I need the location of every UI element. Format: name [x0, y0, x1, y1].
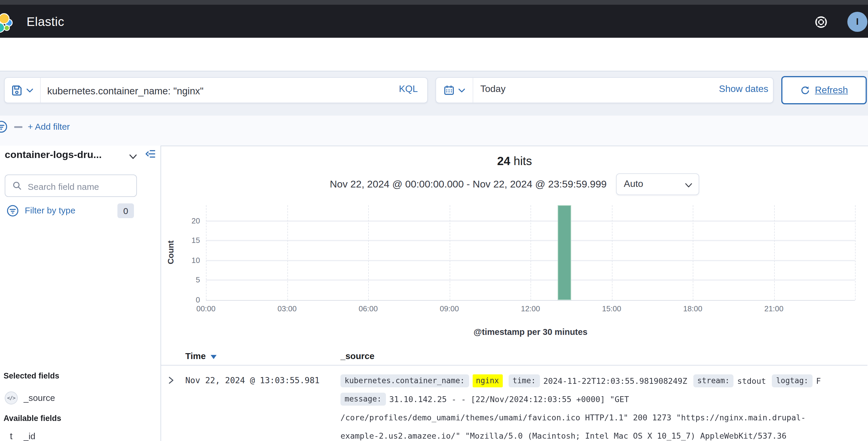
- field-item-_id[interactable]: t_id: [0, 426, 160, 441]
- source-value: stdout: [737, 376, 766, 385]
- gridline-y-10: [206, 260, 855, 261]
- chevron-down-icon[interactable]: [129, 152, 137, 161]
- x-tick-1200: 12:00: [510, 304, 551, 313]
- x-axis-line: [206, 300, 855, 301]
- y-tick-10: 10: [177, 256, 200, 265]
- source-line-3: /core/profiles/demo_umami/themes/umami/f…: [340, 408, 868, 426]
- gridline-x-6: [693, 205, 693, 300]
- gridline-x-0: [206, 205, 207, 300]
- fields-sidebar: container-logs-dru... Filter by typ: [0, 146, 160, 441]
- hits-label: hits: [514, 155, 532, 167]
- x-tick-2100: 21:00: [754, 304, 794, 313]
- source-field-pill: logtag:: [772, 374, 812, 387]
- gridline-x-8: [855, 205, 856, 300]
- field-search: [5, 174, 137, 197]
- x-axis-label: @timestamp per 30 minutes: [206, 327, 855, 337]
- filter-separator-dash: [14, 126, 23, 128]
- available-fields-heading: Available fields: [4, 414, 61, 423]
- source-cell: kubernetes.container_name:nginxtime:2024…: [340, 371, 868, 441]
- gridline-x-7: [774, 205, 774, 300]
- date-picker-quick-menu-button[interactable]: [436, 78, 473, 103]
- results-panel: 24 hits Nov 22, 2024 @ 00:00:00.000 - No…: [160, 146, 868, 441]
- selected-field-list: </>_source: [0, 387, 160, 408]
- filter-icon[interactable]: [0, 120, 8, 133]
- gridline-y-15: [206, 240, 855, 241]
- brand-text: Elastic: [27, 15, 64, 29]
- source-value: F: [816, 376, 821, 385]
- y-tick-5: 5: [177, 276, 200, 284]
- source-value: /core/profiles/demo_umami/themes/umami/f…: [340, 412, 806, 422]
- filter-bar: + Add filter: [0, 115, 868, 146]
- query-input[interactable]: [46, 78, 379, 104]
- search-icon: [12, 181, 22, 191]
- help-icon[interactable]: [815, 16, 827, 28]
- interval-value: Auto: [624, 179, 643, 189]
- user-avatar[interactable]: I: [847, 12, 867, 32]
- date-picker: Today Show dates: [435, 77, 774, 103]
- gridline-x-5: [612, 205, 612, 300]
- field-type-source-icon: </>: [5, 391, 18, 404]
- source-value: 2024-11-22T12:03:55.981908249Z: [544, 376, 687, 385]
- elastic-logo: [0, 12, 18, 34]
- source-field-pill: time:: [508, 374, 539, 387]
- available-field-list: t_idt_index#_scoret_type@timestamp?agent…: [0, 426, 160, 441]
- refresh-button[interactable]: Refresh: [781, 76, 867, 104]
- refresh-icon: [800, 85, 810, 95]
- time-cell: Nov 22, 2024 @ 13:03:55.981: [185, 376, 319, 385]
- query-toolbar: KQL Today Show dates: [0, 71, 868, 115]
- collapse-sidebar-icon[interactable]: [145, 148, 156, 159]
- save-icon: [11, 84, 23, 96]
- chevron-down-icon: [684, 181, 693, 189]
- source-value: 31.10.142.25 - - [22/Nov/2024:12:03:55 +…: [389, 394, 629, 404]
- source-field-pill: stream:: [693, 374, 734, 387]
- gridline-x-2: [368, 205, 369, 300]
- saved-query-button[interactable]: [5, 78, 41, 103]
- histogram-bar[interactable]: [558, 205, 571, 300]
- filter-by-type-button[interactable]: Filter by type: [25, 205, 75, 215]
- filter-icon: [6, 205, 19, 217]
- selected-fields-heading: Selected fields: [4, 371, 59, 380]
- column-header-time[interactable]: Time: [185, 351, 206, 361]
- range-row: Nov 22, 2024 @ 00:00:00.000 - Nov 22, 20…: [161, 173, 868, 195]
- gridline-x-3: [450, 205, 450, 300]
- x-tick-0000: 00:00: [186, 304, 226, 313]
- field-type-text-icon: t: [5, 430, 18, 441]
- x-tick-0300: 03:00: [267, 304, 307, 313]
- field-item-_source[interactable]: </>_source: [0, 387, 160, 408]
- field-item-label: _source: [24, 393, 55, 403]
- chevron-down-icon: [458, 87, 465, 94]
- y-tick-15: 15: [177, 236, 200, 245]
- y-axis-label: Count: [166, 229, 175, 276]
- sort-desc-icon[interactable]: [211, 355, 217, 359]
- show-dates-button[interactable]: Show dates: [719, 84, 768, 94]
- hits-count: 24: [497, 155, 510, 167]
- time-range-subtitle: Nov 22, 2024 @ 00:00:00.000 - Nov 22, 20…: [330, 178, 607, 190]
- query-bar: KQL: [4, 77, 428, 103]
- top-strip: [0, 0, 868, 5]
- nav-bar: Discover NewSaveOpenShareReportingInspec…: [0, 38, 868, 71]
- add-filter-button[interactable]: + Add filter: [28, 122, 70, 132]
- gridline-y-20: [206, 220, 855, 222]
- gridline-x-4: [530, 205, 531, 300]
- source-line-1: kubernetes.container_name:nginxtime:2024…: [340, 371, 868, 390]
- refresh-label: Refresh: [815, 85, 848, 96]
- y-tick-0: 0: [177, 295, 200, 304]
- chevron-down-icon: [26, 87, 34, 94]
- row-expand-button[interactable]: [167, 376, 175, 384]
- interval-select[interactable]: Auto: [616, 173, 699, 195]
- source-value: example-2.us2.amazee.io/" "Mozilla/5.0 (…: [340, 431, 786, 440]
- source-line-2: message:31.10.142.25 - - [22/Nov/2024:12…: [340, 390, 868, 408]
- x-tick-1500: 15:00: [592, 304, 632, 313]
- query-language-button[interactable]: KQL: [399, 84, 418, 94]
- gridline-y-5: [206, 280, 855, 281]
- x-tick-0600: 06:00: [348, 304, 388, 313]
- y-tick-20: 20: [177, 216, 200, 225]
- field-search-input[interactable]: [27, 175, 134, 198]
- column-header-source: _source: [340, 351, 374, 361]
- hits-row: 24 hits: [161, 155, 868, 168]
- filter-count-badge: 0: [117, 203, 134, 218]
- gridline-x-1: [287, 205, 288, 300]
- index-pattern-switcher[interactable]: container-logs-dru...: [5, 149, 102, 161]
- source-highlight: nginx: [472, 374, 502, 387]
- time-range-label[interactable]: Today: [480, 84, 505, 94]
